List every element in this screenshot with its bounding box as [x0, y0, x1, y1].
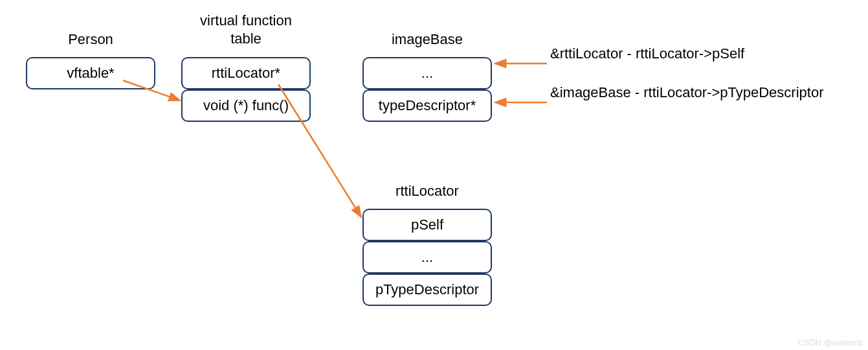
rttilocator-cell-ptd: pTypeDescriptor: [362, 274, 492, 306]
imagebase-cell-ellipsis: ...: [362, 57, 492, 89]
person-label: Person: [39, 31, 142, 48]
vft-cell-rtti: rttiLocator*: [181, 57, 311, 89]
rttilocator-cell-ellipsis: ...: [362, 241, 492, 274]
imagebase-cell-typedesc: typeDescriptor*: [362, 89, 492, 122]
person-cell-text: vftable*: [67, 65, 114, 82]
vft-label-line2: table: [230, 30, 262, 47]
annotation-imagebase: &imageBase - rttiLocator->pTypeDescripto…: [550, 84, 823, 101]
vft-cell-func-text: void (*) func(): [203, 97, 289, 114]
imagebase-cell-typedesc-text: typeDescriptor*: [379, 97, 476, 114]
rttilocator-cell-ptd-text: pTypeDescriptor: [375, 281, 479, 298]
rttilocator-cell-pself-text: pSelf: [411, 216, 443, 233]
vft-label: virtual function table: [181, 12, 311, 47]
vft-cell-func: void (*) func(): [181, 89, 311, 122]
rttilocator-cell-pself: pSelf: [362, 209, 492, 241]
imagebase-label: imageBase: [362, 31, 492, 48]
csdn-watermark: CSDN @walsons: [797, 338, 863, 347]
rttilocator-cell-ellipsis-text: ...: [421, 249, 433, 266]
vft-label-line1: virtual function: [200, 12, 292, 29]
rttilocator-label: rttiLocator: [362, 183, 492, 200]
vft-cell-rtti-text: rttiLocator*: [212, 65, 280, 82]
imagebase-cell-ellipsis-text: ...: [421, 65, 433, 82]
annotation-rttilocator: &rttiLocator - rttiLocator->pSelf: [550, 45, 744, 62]
person-cell-vftable: vftable*: [26, 57, 155, 89]
